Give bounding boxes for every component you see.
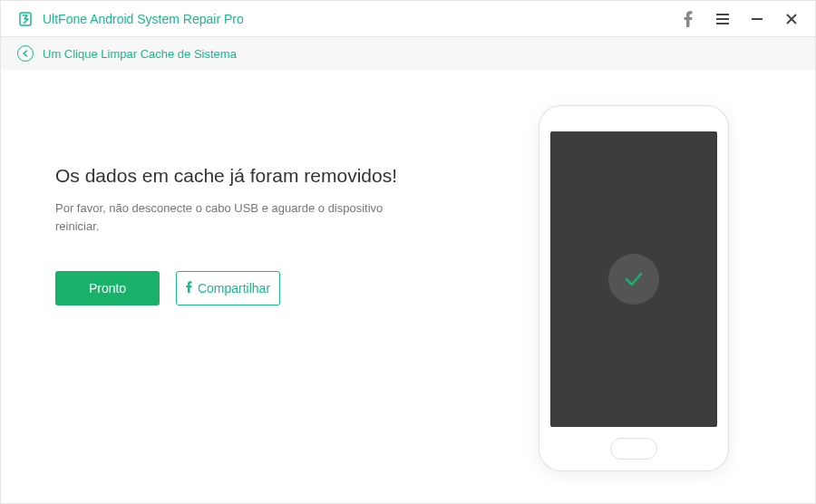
- page-heading: Os dados em cache já foram removidos!: [55, 165, 507, 187]
- phone-screen: [550, 131, 717, 427]
- breadcrumb-bar: Um Clique Limpar Cache de Sistema: [1, 37, 815, 70]
- facebook-icon[interactable]: [681, 12, 695, 26]
- breadcrumb-text: Um Clique Limpar Cache de Sistema: [43, 47, 237, 61]
- content: Os dados em cache já foram removidos! Po…: [1, 70, 815, 503]
- titlebar: UltFone Android System Repair Pro: [1, 1, 815, 37]
- phone-home-button: [610, 438, 657, 460]
- content-left: Os dados em cache já foram removidos! Po…: [55, 97, 507, 467]
- content-right: [507, 97, 761, 467]
- titlebar-controls: [681, 12, 799, 26]
- share-button-label: Compartilhar: [198, 281, 270, 296]
- phone-mockup: [539, 106, 728, 470]
- app-logo-icon: [17, 11, 34, 27]
- close-icon[interactable]: [784, 12, 799, 26]
- app-title: UltFone Android System Repair Pro: [43, 12, 244, 26]
- done-button-label: Pronto: [89, 281, 126, 296]
- minimize-icon[interactable]: [750, 12, 764, 26]
- page-subtext: Por favor, não desconecte o cabo USB e a…: [55, 199, 418, 235]
- share-button[interactable]: Compartilhar: [176, 271, 280, 305]
- menu-icon[interactable]: [715, 12, 730, 26]
- done-button[interactable]: Pronto: [55, 271, 160, 305]
- checkmark-icon: [622, 267, 646, 291]
- titlebar-left: UltFone Android System Repair Pro: [17, 11, 244, 27]
- facebook-share-icon: [186, 281, 192, 296]
- success-circle: [608, 254, 659, 305]
- button-row: Pronto Compartilhar: [55, 271, 507, 305]
- back-button[interactable]: [17, 45, 34, 62]
